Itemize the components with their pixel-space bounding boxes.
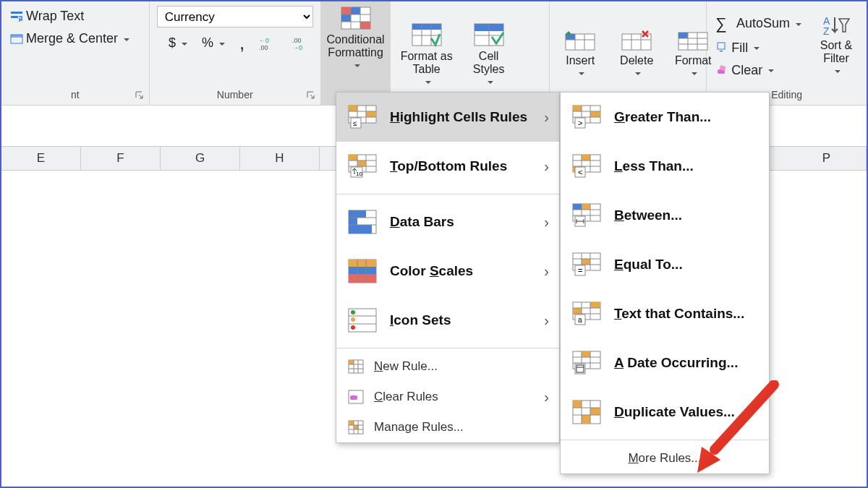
format-label: Format <box>675 54 712 67</box>
svg-rect-99 <box>590 111 600 117</box>
fill-label: Fill <box>731 40 748 56</box>
conditional-formatting-menu: ≤ Highlight Cells Rules › 10 Top/Bottom … <box>336 92 560 443</box>
highlight-cells-rules-submenu: > Greater Than... < Less Than... Between… <box>560 92 770 474</box>
svg-rect-41 <box>718 43 725 49</box>
date-occurring-icon <box>572 351 601 375</box>
greater-than-icon: > <box>572 105 601 129</box>
cs-label-1: Cell <box>479 50 499 62</box>
manage-rules-item[interactable]: Manage Rules... <box>336 412 559 442</box>
svg-rect-10 <box>351 7 360 14</box>
wrap-text-icon <box>10 10 23 23</box>
equal-to-item[interactable]: = Equal To... <box>561 240 769 289</box>
svg-text:≤: ≤ <box>353 119 357 127</box>
svg-text:10: 10 <box>356 171 362 177</box>
top-bottom-rules-item[interactable]: 10 Top/Bottom Rules › <box>336 142 559 191</box>
clear-button[interactable]: Clear <box>711 60 806 81</box>
autosum-label: AutoSum <box>736 16 790 31</box>
format-as-table-button[interactable]: Format asTable <box>395 18 459 89</box>
svg-rect-65 <box>349 210 366 218</box>
between-item[interactable]: Between... <box>561 191 769 240</box>
ribbon: Wrap Text Merge & Center nt Currency $ %… <box>1 1 867 106</box>
merge-center-button[interactable]: Merge & Center <box>6 28 134 49</box>
svg-rect-89 <box>350 395 357 400</box>
new-rule-item[interactable]: New Rule... <box>336 351 559 382</box>
duplicate-values-icon <box>572 400 601 424</box>
greater-than-item[interactable]: > Greater Than... <box>561 93 769 142</box>
svg-rect-1 <box>11 16 18 18</box>
cell-styles-button[interactable]: CellStyles <box>463 18 515 89</box>
delete-cells-button[interactable]: Delete <box>610 25 663 80</box>
comma-format-button[interactable]: , <box>235 29 249 57</box>
svg-text:←0: ←0 <box>259 37 269 44</box>
svg-rect-72 <box>349 267 376 274</box>
svg-rect-67 <box>349 225 372 234</box>
wrap-text-button[interactable]: Wrap Text <box>6 6 88 27</box>
svg-rect-136 <box>590 302 600 308</box>
fat-label-1: Format as <box>401 50 453 62</box>
insert-label: Insert <box>566 54 595 67</box>
text-contains-item[interactable]: a Text that Contains... <box>561 289 769 338</box>
svg-point-81 <box>351 325 355 330</box>
svg-rect-0 <box>11 12 22 14</box>
less-than-item[interactable]: < Less Than... <box>561 142 769 191</box>
decrease-decimal-icon: .00→0 <box>292 36 311 51</box>
col-header[interactable]: P <box>787 147 867 170</box>
highlight-cells-rules-item[interactable]: ≤ Highlight Cells Rules › <box>336 93 559 142</box>
text-contains-icon: a <box>572 301 601 326</box>
svg-rect-57 <box>357 160 366 166</box>
increase-decimal-button[interactable]: ←0.00 <box>255 33 282 53</box>
accounting-format-button[interactable]: $ <box>164 33 192 53</box>
number-dialog-launcher-icon[interactable] <box>306 90 316 100</box>
alignment-dialog-launcher-icon[interactable] <box>135 90 145 100</box>
svg-rect-117 <box>582 204 590 210</box>
svg-rect-107 <box>582 155 590 160</box>
clear-rules-item[interactable]: Clear Rules › <box>336 382 559 412</box>
sort-filter-button[interactable]: AZ Sort &Filter <box>810 10 862 78</box>
cs-label-2: Styles <box>473 63 505 75</box>
autosum-button[interactable]: ∑ AutoSum <box>711 12 806 36</box>
svg-text:a: a <box>578 316 582 324</box>
icon-sets-item[interactable]: Icon Sets › <box>336 296 559 345</box>
col-header[interactable]: H <box>240 147 320 170</box>
svg-rect-9 <box>341 7 351 14</box>
delete-cells-icon <box>621 30 652 51</box>
decrease-decimal-button[interactable]: .00→0 <box>288 33 315 53</box>
date-occurring-item[interactable]: A Date Occurring... <box>561 338 769 388</box>
duplicate-values-item[interactable]: Duplicate Values... <box>561 388 769 437</box>
percent-format-button[interactable]: % <box>197 33 229 53</box>
fill-button[interactable]: Fill <box>711 38 806 59</box>
eraser-icon <box>715 64 728 77</box>
merge-center-icon <box>10 33 23 46</box>
icon-sets-icon <box>348 308 377 333</box>
cf-label-1: Conditional <box>327 33 385 46</box>
manage-rules-icon <box>348 420 364 435</box>
svg-point-80 <box>351 317 355 322</box>
svg-rect-98 <box>573 106 582 111</box>
fat-label-2: Table <box>413 63 441 75</box>
number-format-select[interactable]: Currency <box>157 6 313 27</box>
svg-text:<: < <box>578 168 582 176</box>
color-scales-item[interactable]: Color Scales › <box>336 247 559 296</box>
svg-rect-56 <box>349 155 357 160</box>
cell-styles-icon <box>473 22 505 47</box>
more-rules-item[interactable]: More Rules... <box>561 443 769 474</box>
svg-rect-144 <box>582 351 590 357</box>
col-header[interactable]: E <box>1 147 81 170</box>
between-icon <box>572 203 601 228</box>
conditional-formatting-button[interactable]: ConditionalFormatting <box>321 1 391 105</box>
delete-label: Delete <box>620 54 653 67</box>
insert-cells-button[interactable]: Insert <box>554 25 606 80</box>
sortf-label-1: Sort & <box>820 39 852 51</box>
col-header[interactable]: G <box>161 147 240 170</box>
number-format-buttons: $ % , ←0.00 .00→0 <box>154 29 315 57</box>
top-bottom-icon: 10 <box>348 154 377 179</box>
svg-rect-11 <box>341 14 351 22</box>
svg-rect-155 <box>582 415 590 424</box>
clear-label: Clear <box>731 63 762 78</box>
data-bars-item[interactable]: Data Bars › <box>336 197 559 247</box>
merge-center-label: Merge & Center <box>26 31 118 46</box>
wrap-text-label: Wrap Text <box>26 9 84 24</box>
equal-to-icon: = <box>572 252 601 277</box>
svg-text:Z: Z <box>823 25 830 36</box>
col-header[interactable]: F <box>81 147 161 170</box>
